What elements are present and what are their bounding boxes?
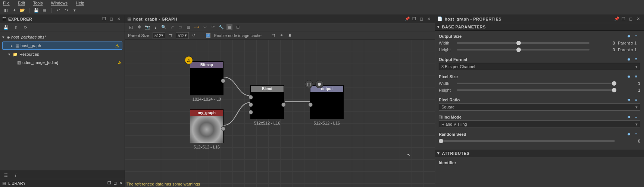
save-icon[interactable]: 💾 (3, 24, 9, 30)
save-all-icon[interactable]: ▤ (41, 7, 47, 13)
node-output[interactable]: output 512x512 - L16 (310, 85, 344, 119)
undo-icon[interactable]: ↶ (55, 7, 61, 13)
restore-icon[interactable]: ❐ (107, 181, 111, 186)
zoom-icon[interactable]: 🔍 (161, 24, 167, 30)
expose-icon[interactable]: ⎈ (628, 114, 633, 120)
expose-icon[interactable]: ⎈ (628, 34, 633, 39)
snapshot-icon[interactable]: 📷 (144, 24, 150, 30)
chevron-right-icon[interactable]: ▸ (11, 43, 15, 48)
close-icon[interactable]: ✕ (637, 16, 642, 22)
input-port[interactable] (248, 95, 253, 99)
maximize-icon[interactable]: ◻ (110, 16, 115, 22)
chevron-down-icon[interactable]: ▾ (8, 52, 13, 57)
refresh-icon[interactable]: ⟳ (22, 24, 28, 30)
close-icon[interactable]: ✕ (427, 16, 432, 22)
open-icon[interactable]: 📂 (19, 7, 25, 13)
package-row[interactable]: ▾ ◈ host_package.sbs* (0, 33, 125, 41)
menu-icon[interactable]: ≡ (635, 97, 640, 102)
node-bitmap[interactable]: Bitmap 1024x1024 - L8 (190, 61, 223, 95)
menu-file[interactable]: File (3, 1, 10, 5)
output-port[interactable] (221, 79, 225, 83)
info-icon[interactable]: i (153, 24, 159, 30)
menu-icon[interactable]: ≡ (635, 74, 640, 79)
pixel-ratio-select[interactable]: Square (439, 103, 640, 111)
chevron-down-icon[interactable]: ▾ (2, 35, 7, 40)
expose-icon[interactable]: ⎈ (628, 97, 633, 102)
px-height-slider[interactable] (457, 89, 615, 91)
expose-icon[interactable]: ⎈ (628, 57, 633, 62)
px-height-value[interactable]: 1 (618, 88, 640, 92)
parent-size-height-select[interactable]: 512 ▾ (176, 32, 188, 39)
settings-icon[interactable]: 🔧 (218, 24, 224, 30)
flow-icon[interactable]: ⇉ (271, 33, 276, 39)
substance-icon[interactable]: ✦ (11, 7, 17, 13)
seed-value[interactable]: 0 (618, 139, 640, 143)
width-value[interactable]: 0 (593, 41, 615, 45)
menu-tools[interactable]: Tools (33, 1, 43, 5)
input-port[interactable] (308, 102, 313, 107)
select-icon[interactable]: ◰ (128, 24, 134, 30)
parent-size-width-select[interactable]: 512 ▾ (153, 32, 165, 39)
menu-icon[interactable]: ≡ (635, 114, 640, 120)
snap-icon[interactable]: ⊞ (235, 24, 241, 30)
menu-edit[interactable]: Edit (18, 1, 25, 5)
redo-icon[interactable]: ↷ (63, 7, 69, 13)
attributes-header[interactable]: ▾ ATTRIBUTES (435, 150, 644, 157)
fit-icon[interactable]: ⤢ (169, 24, 175, 30)
export-icon[interactable]: ⇪ (13, 24, 19, 30)
reset-size-icon[interactable]: ↺ (191, 33, 197, 39)
expose-icon[interactable]: ⎈ (628, 74, 633, 79)
menu-icon[interactable]: ≡ (635, 57, 640, 62)
close-icon[interactable]: ✕ (119, 181, 122, 186)
width-slider[interactable] (457, 42, 590, 44)
tree-icon[interactable]: ♜ (287, 33, 293, 39)
height-slider[interactable] (457, 49, 590, 50)
expose-icon[interactable]: ⎈ (628, 132, 633, 137)
maximize-icon[interactable]: ◻ (629, 16, 634, 22)
info-icon[interactable]: i (13, 172, 19, 178)
output-format-select[interactable]: 8 Bits per Channel (439, 63, 640, 70)
pin-icon[interactable]: 📌 (614, 16, 619, 22)
align-icon[interactable]: ▭ (177, 24, 183, 30)
px-width-value[interactable]: 1 (618, 81, 640, 86)
link-icon[interactable]: ⟿ (194, 24, 200, 30)
input-port[interactable] (248, 102, 253, 107)
close-icon[interactable]: ✕ (117, 16, 122, 22)
resource-item-row[interactable]: ▧ udim_image_[udim] ⚠ (0, 58, 125, 67)
hierarchy-icon[interactable]: ⚭ (279, 33, 285, 39)
layout-icon[interactable]: ▥ (185, 24, 191, 30)
pin-icon[interactable]: 📌 (405, 16, 410, 22)
restore-icon[interactable]: ❐ (622, 16, 627, 22)
move-icon[interactable]: ✥ (136, 24, 142, 30)
resources-row[interactable]: ▾ 📁 Resources (0, 50, 125, 58)
new-graph-icon[interactable]: ◧ (3, 7, 9, 13)
menu-windows[interactable]: Windows (51, 1, 68, 5)
seed-slider[interactable] (439, 140, 615, 142)
graph-canvas[interactable]: Bitmap 1024x1024 - L8 ⚠ my_graph 512x512… (125, 40, 435, 187)
tiling-select[interactable]: H and V Tiling (439, 120, 640, 128)
curve-icon[interactable]: 〰 (202, 24, 208, 30)
restore-icon[interactable]: ❐ (102, 16, 107, 22)
input-port[interactable] (248, 110, 253, 114)
refresh-icon[interactable]: ⟳ (210, 24, 216, 30)
base-parameters-header[interactable]: ▾ BASE PARAMETERS (435, 23, 644, 31)
restore-icon[interactable]: ❐ (412, 16, 418, 22)
cache-checkbox[interactable]: ✓ (206, 33, 210, 38)
maximize-icon[interactable]: ◻ (113, 181, 117, 186)
height-value[interactable]: 0 (593, 47, 615, 52)
link-sizes-icon[interactable]: ⇆ (168, 33, 173, 39)
dropdown-icon[interactable]: ▾ (72, 7, 78, 13)
menu-icon[interactable]: ≡ (635, 34, 640, 39)
maximize-icon[interactable]: ◻ (420, 16, 425, 22)
grid-toggle-icon[interactable]: ▦ (226, 24, 232, 30)
node-blend[interactable]: Blend 512x512 - L16 (250, 85, 284, 119)
menu-icon[interactable]: ≡ (635, 132, 640, 137)
output-port[interactable] (221, 126, 225, 131)
menu-help[interactable]: Help (76, 1, 84, 5)
output-port[interactable] (281, 102, 286, 107)
tree-view-icon[interactable]: ☷ (3, 172, 9, 178)
node-mygraph[interactable]: my_graph 512x512 - L16 (190, 109, 223, 143)
px-width-slider[interactable] (457, 83, 615, 84)
graph-row[interactable]: ▸ ▦ host_graph ⚠ (2, 42, 122, 50)
save-icon[interactable]: 💾 (33, 7, 39, 13)
